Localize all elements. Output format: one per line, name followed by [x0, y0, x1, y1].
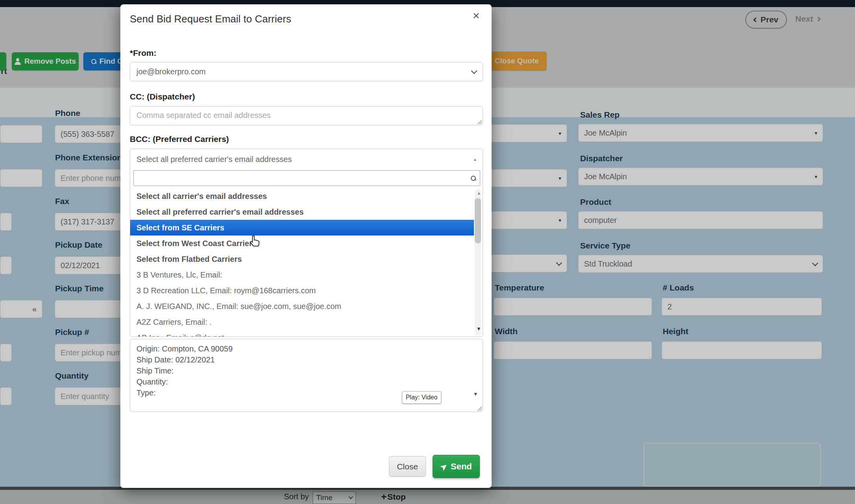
arrow-up-icon: ▴ [474, 156, 476, 162]
send-plane-icon: ➤ [439, 461, 450, 472]
close-icon[interactable]: × [473, 10, 480, 22]
bcc-label: BCC: (Preferred Carriers) [130, 134, 229, 144]
bcc-option[interactable]: Select from Flatbed Carriers [130, 251, 483, 267]
bcc-dropdown-toggle[interactable]: Select all preferred carrier's email add… [130, 149, 483, 169]
from-select[interactable]: joe@brokerpro.com [130, 62, 483, 81]
bcc-selected-display: Select all preferred carrier's email add… [136, 155, 292, 164]
scroll-down-icon[interactable]: ▾ [477, 325, 480, 332]
play-video-tooltip: Play: Video [402, 391, 441, 404]
modal-title: Send Bid Request Email to Carriers [130, 13, 291, 25]
message-line: Origin: Compton, CA 90059 [136, 343, 476, 354]
search-icon [471, 176, 476, 181]
bcc-option[interactable]: 3 D Recreation LLC, Email: roym@168carri… [130, 283, 483, 298]
bcc-option[interactable]: Select all carrier's email addresses [130, 188, 483, 204]
bcc-option-list: Select all carrier's email addresses Sel… [130, 188, 483, 337]
mouse-cursor-icon [248, 234, 263, 250]
cc-textarea[interactable]: Comma separated cc email addresses [130, 106, 483, 125]
message-line: Ship Date: 02/12/2021 [136, 354, 476, 365]
modal-close-button[interactable]: Close [389, 456, 426, 477]
bcc-search-input[interactable] [138, 171, 471, 186]
scrollbar-thumb[interactable] [475, 198, 481, 243]
bcc-option[interactable]: Select from West Coast Carriers [130, 235, 483, 251]
bcc-option[interactable]: A. J. WEIGAND, INC., Email: sue@joe.com,… [130, 298, 483, 314]
scroll-down-icon[interactable]: ▾ [474, 390, 477, 397]
bcc-option[interactable]: A2Z Carriers, Email: . [130, 314, 483, 330]
chevron-down-icon [471, 68, 477, 74]
bcc-option[interactable]: Select all preferred carrier's email add… [130, 204, 483, 220]
message-line: Quantity: [136, 376, 476, 387]
from-label: *From: [130, 48, 157, 58]
bcc-search-box [133, 170, 480, 186]
resize-grip-icon[interactable] [477, 119, 482, 124]
send-bid-request-modal: Send Bid Request Email to Carriers × *Fr… [120, 4, 492, 488]
bcc-option-selected[interactable]: Select from SE Carriers [130, 220, 474, 235]
from-value: joe@brokerpro.com [136, 67, 206, 76]
cc-placeholder: Comma separated cc email addresses [136, 111, 271, 120]
cc-label: CC: (Dispatcher) [130, 92, 195, 101]
bcc-option[interactable]: AB Inc., Email: s@dq.net [130, 330, 483, 337]
bcc-option[interactable]: 3 B Ventures, Llc, Email: [130, 267, 483, 283]
bcc-dropdown: Select all preferred carrier's email add… [130, 149, 483, 337]
resize-grip-icon[interactable] [477, 406, 482, 411]
message-line: Ship Time: [136, 365, 476, 376]
send-button[interactable]: ➤ Send [433, 455, 480, 478]
send-label: Send [451, 462, 472, 472]
scroll-up-icon[interactable]: ▴ [477, 190, 480, 196]
